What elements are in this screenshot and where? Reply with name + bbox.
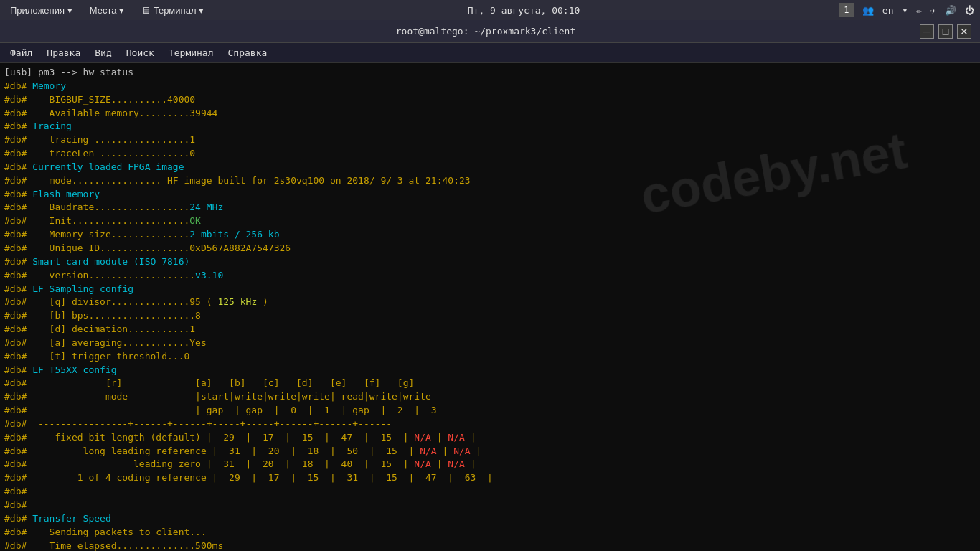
menu-terminal[interactable]: Терминал: [163, 45, 220, 60]
line-row1: #db# fixed bit length (default) | 29 | 1…: [4, 431, 976, 445]
power-icon: ⏻: [965, 5, 974, 16]
line-baudrate: #db# Baudrate.................24 MHz: [4, 201, 976, 215]
line-fpga-hdr: #db# Currently loaded FPGA image: [4, 161, 976, 174]
volume-icon: 🔊: [945, 5, 956, 16]
line-trigger: #db# [t] trigger threshold...0: [4, 350, 976, 364]
line-init: #db# Init.....................OK: [4, 215, 976, 228]
line-table-h1: #db# [r] [a] [b] [c] [d] [e] [f] [g]: [4, 377, 976, 390]
datetime-text: Пт, 9 августа, 00:10: [468, 5, 580, 16]
line-flash-hdr: #db# Flash memory: [4, 188, 976, 202]
terminal-content[interactable]: [usb] pm3 --> hw status #db# Memory #db#…: [0, 63, 980, 551]
line-lfsample-hdr: #db# LF Sampling config: [4, 283, 976, 296]
line-memory-hdr: #db# Memory: [4, 80, 976, 93]
places-label: Места: [90, 5, 117, 16]
menu-view[interactable]: Вид: [89, 45, 117, 60]
close-button[interactable]: ✕: [957, 24, 971, 39]
menu-bar: Файл Правка Вид Поиск Терминал Справка: [0, 43, 980, 63]
line-tracing: #db# tracing .................1: [4, 133, 976, 147]
line-decimation: #db# [d] decimation...........1: [4, 323, 976, 336]
line-smartcard-hdr: #db# Smart card module (ISO 7816): [4, 255, 976, 269]
line-avail-mem: #db# Available memory.........39944: [4, 107, 976, 121]
terminal-menu-button[interactable]: 🖥 Терминал ▾: [137, 4, 208, 17]
sys-bar-right: 1 👥 en ▾ ✏ ✈ 🔊 ⏻: [839, 3, 974, 17]
line-averaging: #db# [a] averaging............Yes: [4, 336, 976, 350]
pen-icon: ✏: [916, 5, 922, 16]
line-blank1: #db#: [4, 485, 976, 499]
window-controls: ─ □ ✕: [920, 24, 971, 39]
window-title-text: root@maltego: ~/proxmark3/client: [396, 26, 575, 37]
terminal-window: root@maltego: ~/proxmark3/client ─ □ ✕ Ф…: [0, 20, 980, 551]
maximize-button[interactable]: □: [938, 24, 953, 39]
line-transfer-hdr: #db# Transfer Speed: [4, 512, 976, 526]
line-tracelen: #db# traceLen ................0: [4, 147, 976, 161]
line-memsize: #db# Memory size..............2 mbits / …: [4, 228, 976, 242]
line-cmd: [usb] pm3 --> hw status: [4, 66, 976, 80]
users-icon: 👥: [862, 5, 874, 16]
line-mode: #db# mode................ HF image built…: [4, 174, 976, 188]
airplane-icon: ✈: [930, 5, 936, 16]
line-elapsed: #db# Time elapsed..............500ms: [4, 540, 976, 551]
workspace-badge[interactable]: 1: [839, 3, 854, 17]
menu-file[interactable]: Файл: [4, 45, 38, 60]
line-bps: #db# [b] bps...................8: [4, 309, 976, 323]
line-row4: #db# 1 of 4 coding reference | 29 | 17 |…: [4, 471, 976, 485]
lang-display[interactable]: en: [882, 5, 894, 16]
line-uniqueid: #db# Unique ID................0xD567A882…: [4, 242, 976, 255]
line-version: #db# version...................v3.10: [4, 269, 976, 283]
line-table-h2: #db# mode |start|write|write|write| read…: [4, 390, 976, 404]
minimize-button[interactable]: ─: [920, 24, 934, 39]
line-table-h3: #db# | gap | gap | 0 | 1 | gap | 2 | 3: [4, 404, 976, 418]
line-divisor: #db# [q] divisor..............95 ( 125 k…: [4, 296, 976, 309]
line-bigbuf: #db# BIGBUF_SIZE..........40000: [4, 93, 976, 107]
title-bar: root@maltego: ~/proxmark3/client ─ □ ✕: [0, 20, 980, 43]
system-bar: Приложения ▾ Места ▾ 🖥 Терминал ▾ Пт, 9 …: [0, 0, 980, 20]
line-lft55-hdr: #db# LF T55XX config: [4, 364, 976, 377]
places-menu-button[interactable]: Места ▾: [85, 4, 128, 17]
apps-menu-button[interactable]: Приложения ▾: [6, 4, 77, 17]
datetime-display: Пт, 9 августа, 00:10: [468, 5, 580, 16]
menu-help[interactable]: Справка: [222, 45, 273, 60]
menu-search[interactable]: Поиск: [121, 45, 160, 60]
sys-bar-left: Приложения ▾ Места ▾ 🖥 Терминал ▾: [6, 4, 208, 17]
line-row3: #db# leading zero | 31 | 20 | 18 | 40 | …: [4, 458, 976, 471]
menu-edit[interactable]: Правка: [41, 45, 86, 60]
line-table-sep: #db# ----------------+------+------+----…: [4, 418, 976, 431]
line-tracing-hdr: #db# Tracing: [4, 120, 976, 133]
window-title: root@maltego: ~/proxmark3/client: [52, 26, 920, 37]
line-sending: #db# Sending packets to client...: [4, 526, 976, 540]
terminal-label: Терминал: [154, 5, 197, 16]
line-blank2: #db#: [4, 499, 976, 512]
line-row2: #db# long leading reference | 31 | 20 | …: [4, 445, 976, 458]
apps-label: Приложения: [10, 5, 65, 16]
